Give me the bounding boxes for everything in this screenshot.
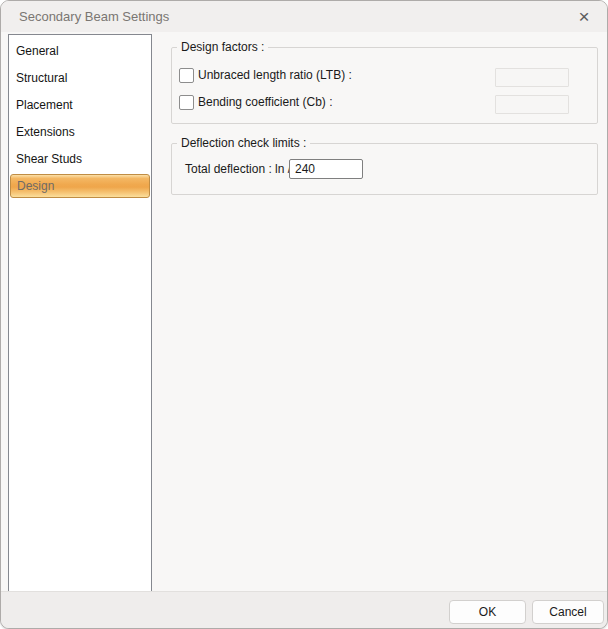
sidebar-item-structural[interactable]: Structural <box>9 65 151 92</box>
title-bar: Secondary Beam Settings × <box>1 1 607 32</box>
bending-coefficient-row: Bending coefficient (Cb) : <box>179 92 333 112</box>
deflection-check-limits-group-title: Deflection check limits : <box>177 136 310 150</box>
bending-coefficient-input <box>495 95 569 114</box>
sidebar-item-placement[interactable]: Placement <box>9 92 151 119</box>
ok-button[interactable]: OK <box>449 600 526 624</box>
cancel-button[interactable]: Cancel <box>532 600 604 624</box>
unbraced-ltb-input <box>495 68 569 87</box>
settings-category-list: General Structural Placement Extensions … <box>8 34 152 595</box>
window-title: Secondary Beam Settings <box>19 9 169 24</box>
unbraced-ltb-checkbox[interactable] <box>179 68 194 83</box>
total-deflection-input[interactable] <box>289 159 363 179</box>
bending-coefficient-label[interactable]: Bending coefficient (Cb) : <box>198 95 333 109</box>
sidebar-item-shear-studs[interactable]: Shear Studs <box>9 146 151 173</box>
close-icon[interactable]: × <box>572 5 596 29</box>
total-deflection-label: Total deflection : ln / <box>185 162 291 176</box>
sidebar-item-design[interactable]: Design <box>10 174 150 198</box>
unbraced-ltb-row: Unbraced length ratio (LTB) : <box>179 65 352 85</box>
secondary-beam-settings-dialog: Secondary Beam Settings × General Struct… <box>0 0 608 629</box>
sidebar-item-general[interactable]: General <box>9 38 151 65</box>
footer-bar: OK Cancel <box>1 591 607 628</box>
sidebar-item-extensions[interactable]: Extensions <box>9 119 151 146</box>
bending-coefficient-checkbox[interactable] <box>179 95 194 110</box>
design-factors-group-title: Design factors : <box>177 40 268 54</box>
deflection-check-limits-group: Deflection check limits : Total deflecti… <box>171 143 598 195</box>
unbraced-ltb-label[interactable]: Unbraced length ratio (LTB) : <box>198 68 352 82</box>
design-factors-group: Design factors : Unbraced length ratio (… <box>171 47 598 124</box>
